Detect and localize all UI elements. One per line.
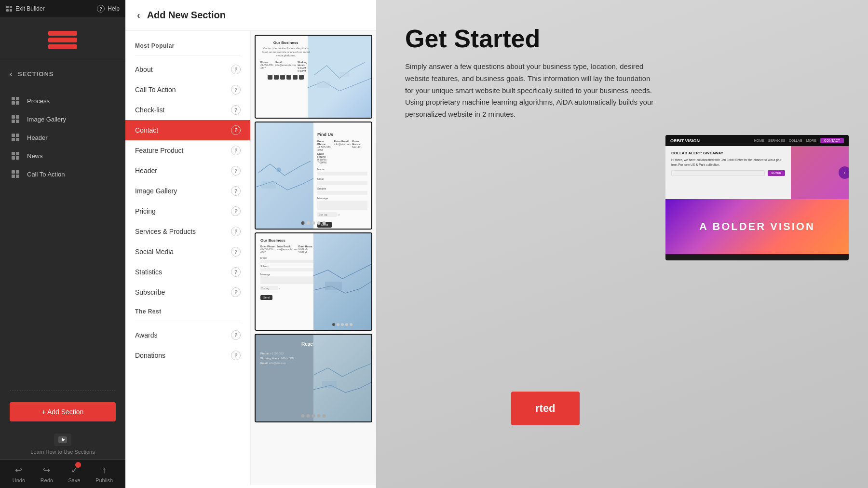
publish-button[interactable]: ↑ Publish (95, 465, 113, 483)
panel-back-button[interactable]: ‹ (137, 10, 140, 21)
youtube-label: Learn How to Use Sections (30, 449, 95, 455)
help-btn[interactable]: ? Help (97, 5, 120, 13)
svg-rect-14 (325, 282, 342, 290)
save-icon: ✓ (71, 465, 78, 475)
preview-card-1[interactable]: Our Business Contact the number for our … (255, 35, 372, 119)
svg-rect-1 (10, 6, 12, 8)
menu-item-social-media[interactable]: Social Media ? (125, 242, 250, 262)
sidebar-item-header[interactable]: Header (0, 128, 125, 147)
help-icon-image-gallery[interactable]: ? (231, 186, 241, 196)
menu-item-about[interactable]: About ? (125, 59, 250, 80)
orbit-preview-card: ORBIT VISION HOME SERVICES COLLAB MORE C… (665, 135, 849, 260)
orbit-contact-btn[interactable]: CONTACT (820, 138, 844, 143)
menu-item-donations[interactable]: Donations ? (125, 345, 250, 366)
menu-list: Most Popular About ? Call To Action ? Ch… (125, 31, 251, 485)
svg-rect-0 (6, 6, 9, 8)
svg-rect-15 (322, 381, 337, 388)
youtube-area: Learn How to Use Sections (0, 429, 125, 460)
menu-item-statistics[interactable]: Statistics ? (125, 262, 250, 282)
main-body-text: Simply answer a few questions about your… (405, 61, 656, 121)
help-icon-services-products[interactable]: ? (231, 227, 241, 236)
preview-card-2[interactable]: Find Us Enter Phone:+1 555 333 4455Enter… (255, 122, 372, 230)
help-icon-header[interactable]: ? (231, 166, 241, 176)
grid-icon (10, 96, 21, 105)
sidebar-item-process[interactable]: Process (0, 92, 125, 110)
menu-item-contact[interactable]: Contact ? (125, 120, 250, 140)
main-area: Get Started Simply answer a few question… (376, 0, 868, 488)
undo-button[interactable]: ↩ Undo (13, 465, 25, 483)
menu-item-pricing[interactable]: Pricing ? (125, 201, 250, 221)
panel-content: Most Popular About ? Call To Action ? Ch… (125, 31, 376, 485)
help-icon-donations[interactable]: ? (231, 351, 241, 360)
collab-title: COLLAB ALERT: GIVEAWAY (671, 151, 785, 155)
help-icon-about[interactable]: ? (231, 65, 241, 74)
svg-rect-5 (48, 38, 77, 42)
sidebar-item-news[interactable]: News (0, 147, 125, 165)
panel-title: Add New Section (147, 10, 226, 21)
exit-builder-btn[interactable]: Exit Builder (6, 5, 45, 12)
menu-item-awards[interactable]: Awards ? (125, 325, 250, 345)
sidebar-item-image-gallery[interactable]: Image Gallery (0, 110, 125, 128)
menu-divider-top (135, 55, 241, 55)
svg-rect-11 (339, 72, 349, 77)
help-icon-pricing[interactable]: ? (231, 206, 241, 216)
redo-button[interactable]: ↪ Redo (41, 465, 53, 483)
help-icon-contact[interactable]: ? (231, 125, 241, 135)
most-popular-label: Most Popular (125, 39, 250, 53)
help-icon-feature-product[interactable]: ? (231, 146, 241, 155)
menu-item-subscribe[interactable]: Subscribe ? (125, 282, 250, 302)
grid-icon-2 (10, 115, 21, 123)
svg-rect-6 (48, 44, 77, 49)
save-button[interactable]: ✓ Save (68, 465, 81, 483)
collab-text: Hi there, we have collaborated with Jeri… (671, 158, 785, 167)
help-icon-checklist[interactable]: ? (231, 105, 241, 115)
add-section-button[interactable]: + Add Section (10, 402, 116, 421)
menu-divider-rest (135, 321, 241, 321)
menu-item-services-products[interactable]: Services & Products ? (125, 221, 250, 242)
svg-rect-3 (10, 9, 12, 12)
preview-panel: Our Business Contact the number for our … (251, 31, 376, 485)
bottom-toolbar: ↩ Undo ↪ Redo ✓ Save ↑ Publish (0, 460, 125, 488)
left-sidebar: Exit Builder ? Help ‹ SECTIONS Process (0, 0, 125, 488)
help-icon-cta[interactable]: ? (231, 85, 241, 95)
panel-header: ‹ Add New Section (125, 0, 376, 31)
svg-rect-2 (6, 9, 9, 12)
help-icon-statistics[interactable]: ? (231, 267, 241, 277)
cta-button[interactable]: rted (511, 392, 580, 425)
grid-icon-5 (10, 170, 21, 178)
menu-item-feature-product[interactable]: Feature Product ? (125, 140, 250, 161)
help-icon-social-media[interactable]: ? (231, 247, 241, 257)
menu-item-header[interactable]: Header ? (125, 161, 250, 181)
orbit-logo: ORBIT VISION (670, 138, 700, 143)
logo-area (0, 17, 125, 61)
middle-panel: ‹ Add New Section Most Popular About ? C… (125, 0, 376, 488)
help-icon-awards[interactable]: ? (231, 330, 241, 340)
svg-point-13 (276, 167, 281, 172)
main-heading: Get Started (405, 24, 839, 53)
save-badge (75, 462, 81, 468)
youtube-btn[interactable] (54, 434, 71, 446)
section-list: Process Image Gallery Header News Call T… (0, 87, 125, 387)
svg-point-9 (76, 463, 80, 467)
menu-item-check-list[interactable]: Check-list ? (125, 100, 250, 120)
svg-rect-10 (317, 81, 330, 88)
sidebar-item-call-to-action[interactable]: Call To Action (0, 165, 125, 183)
menu-item-image-gallery[interactable]: Image Gallery ? (125, 181, 250, 201)
sections-label: SECTIONS (18, 70, 54, 78)
preview-card-3[interactable]: Our Business Enter Phone:#1-855-135-4847… (255, 232, 372, 331)
menu-item-call-to-action[interactable]: Call To Action ? (125, 80, 250, 100)
undo-icon: ↩ (15, 465, 22, 475)
help-icon-subscribe[interactable]: ? (231, 287, 241, 297)
the-rest-label: The Rest (125, 302, 250, 319)
grid-icon-4 (10, 151, 21, 160)
publish-icon: ↑ (102, 465, 107, 475)
sections-back-arrow[interactable]: ‹ (10, 69, 13, 79)
svg-rect-12 (261, 181, 276, 189)
bold-vision-text: A BOLDER VISION (699, 220, 815, 233)
grid-icon-3 (10, 133, 21, 142)
svg-rect-4 (48, 31, 77, 36)
top-bar: Exit Builder ? Help (0, 0, 125, 17)
sections-header: ‹ SECTIONS (0, 61, 125, 87)
preview-card-4[interactable]: Reach Out Phone: +1 555 333 Working Hour… (255, 334, 372, 422)
redo-icon: ↪ (43, 465, 50, 475)
